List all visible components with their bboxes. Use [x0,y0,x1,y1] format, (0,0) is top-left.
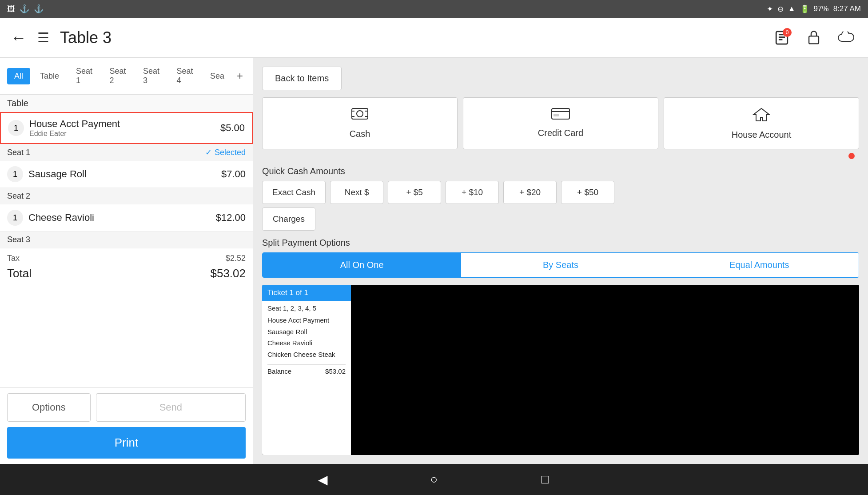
plus20-button[interactable]: + $20 [503,181,557,204]
item-name-text: Cheese Ravioli [28,212,211,224]
top-bar: ← ☰ Table 3 0 [0,18,868,58]
ticket-black-area [351,285,859,455]
selected-text: Selected [215,148,246,157]
table-row[interactable]: 1 House Acct Payment Eddie Eater $5.00 [0,112,253,144]
plus10-button[interactable]: + $10 [446,181,499,204]
split-payment-section: Split Payment Options All On One By Seat… [262,238,859,278]
item-name: Sausage Roll [28,168,216,180]
plus50-button[interactable]: + $50 [561,181,614,204]
ticket-item: Cheese Ravioli [267,337,346,349]
red-dot [848,153,855,159]
seat2-header: Seat 2 [0,188,253,204]
left-panel: All Table Seat 1 Seat 2 Seat 3 Seat 4 Se… [0,58,253,464]
svg-rect-5 [352,108,368,119]
quick-cash-section: Quick Cash Amounts Exact Cash Next $ + $… [262,166,859,231]
credit-card-payment-button[interactable]: Credit Card [463,97,658,149]
credit-card-label: Credit Card [538,128,583,138]
by-seats-tab[interactable]: By Seats [461,253,660,277]
tab-seat4[interactable]: Seat 4 [170,63,201,89]
send-button[interactable]: Send [96,393,246,422]
ticket-header: Ticket 1 of 1 [262,285,351,301]
balance-value: $53.02 [325,367,346,375]
tab-add-button[interactable]: + [234,68,246,84]
tab-bar: All Table Seat 1 Seat 2 Seat 3 Seat 4 Se… [0,58,253,95]
tax-row: Tax $2.52 [7,252,246,265]
back-nav-button[interactable]: ◀ [312,468,334,491]
home-nav-button[interactable]: ○ [423,468,445,491]
section-table: Table [0,95,253,112]
item-name: House Acct Payment Eddie Eater [29,118,215,138]
recents-nav-button[interactable]: □ [534,468,556,491]
item-price: $5.00 [220,122,245,134]
exact-cash-button[interactable]: Exact Cash [262,181,326,204]
split-tabs: All On One By Seats Equal Amounts [262,252,859,278]
credit-card-icon [551,107,570,124]
plus5-button[interactable]: + $5 [388,181,441,204]
seat3-header: Seat 3 [0,232,253,248]
tab-all[interactable]: All [7,68,30,84]
item-qty: 1 [7,210,23,226]
item-sub-text: Eddie Eater [29,130,215,138]
cash-payment-button[interactable]: Cash [262,97,458,149]
gallery-icon: 🖼 [7,4,15,14]
seat3-label: Seat 3 [7,235,30,244]
next-dollar-button[interactable]: Next $ [330,181,383,204]
item-price: $7.00 [221,168,246,180]
cash-label: Cash [350,129,370,139]
svg-rect-13 [553,114,559,116]
tax-value: $2.52 [226,254,246,263]
tab-seat3[interactable]: Seat 3 [136,63,167,89]
table-row[interactable]: 1 Cheese Ravioli $12.00 [0,204,253,232]
page-title: Table 3 [60,28,111,47]
back-arrow-icon[interactable]: ← [11,28,27,47]
house-account-payment-button[interactable]: House Account [664,97,859,149]
total-label: Total [7,267,32,280]
table-row[interactable]: 1 Sausage Roll $7.00 [0,161,253,188]
item-name-text: Sausage Roll [28,168,216,180]
ticket-card: Ticket 1 of 1 Seat 1, 2, 3, 4, 5 House A… [262,285,351,455]
seat1-label: Seat 1 [7,148,30,157]
status-bar-left: 🖼 ⚓ ⚓ [7,4,44,14]
tab-sea[interactable]: Sea [203,68,231,84]
lock-button[interactable] [802,26,825,49]
svg-point-6 [357,111,363,117]
battery-percent: 97% [814,4,829,13]
seat2-label: Seat 2 [7,192,30,201]
minus-icon: ⊖ [777,4,784,14]
tab-seat2[interactable]: Seat 2 [103,63,134,89]
print-button[interactable]: Print [7,427,246,459]
bottom-action-buttons: Options Send [0,387,253,427]
charges-button[interactable]: Charges [262,208,315,231]
cloud-button[interactable] [834,26,857,49]
menu-icon[interactable]: ☰ [37,30,49,45]
options-button[interactable]: Options [7,393,91,422]
tax-label: Tax [7,254,20,263]
bottom-nav: ◀ ○ □ [0,464,868,495]
receipt-button[interactable]: 0 [770,26,793,49]
order-list: Table 1 House Acct Payment Eddie Eater $… [0,95,253,387]
quick-cash-buttons: Exact Cash Next $ + $5 + $10 + $20 + $50 [262,181,859,204]
all-on-one-tab[interactable]: All On One [263,253,461,277]
tab-seat1[interactable]: Seat 1 [69,63,100,89]
tab-table[interactable]: Table [33,68,66,84]
item-name-text: House Acct Payment [29,118,215,130]
ticket-seats: Seat 1, 2, 3, 4, 5 [267,304,346,312]
clock: 8:27 AM [833,4,861,13]
ticket-area: Ticket 1 of 1 Seat 1, 2, 3, 4, 5 House A… [262,285,859,455]
total-value: $53.02 [210,267,246,280]
ticket-item: House Acct Payment [267,315,346,326]
seat1-header: Seat 1 ✓ Selected [0,144,253,161]
back-to-items-button[interactable]: Back to Items [262,67,342,90]
item-price: $12.00 [216,212,246,224]
usb-icon: ⚓ [20,4,29,14]
wifi-icon: ▲ [788,4,796,13]
equal-amounts-tab[interactable]: Equal Amounts [660,253,859,277]
dot-indicator [262,153,859,159]
usb2-icon: ⚓ [34,4,44,14]
svg-rect-4 [809,36,819,44]
house-account-icon [753,107,770,126]
totals-section: Tax $2.52 Total $53.02 [0,248,253,286]
print-button-container: Print [0,427,253,464]
ticket-balance: Balance $53.02 [267,364,346,375]
ticket-item: Chicken Cheese Steak [267,349,346,360]
